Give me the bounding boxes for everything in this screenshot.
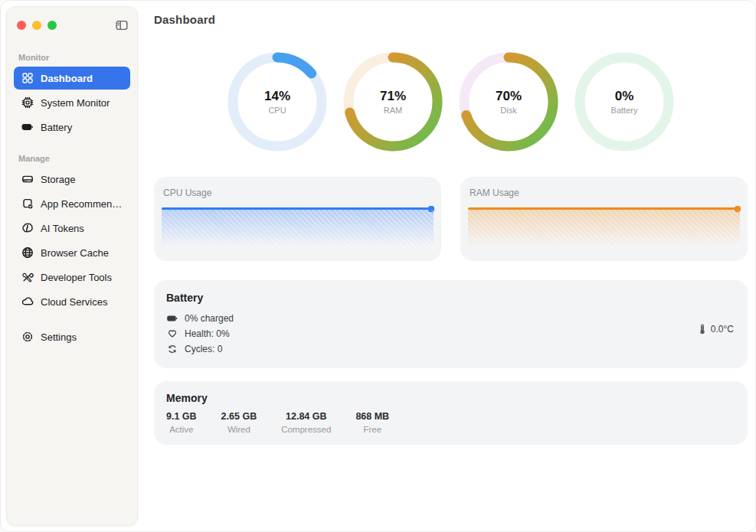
memory-stat-active: 9.1 GB Active — [166, 411, 197, 434]
memory-stat-value: 9.1 GB — [166, 411, 197, 422]
memory-stat-free: 868 MB Free — [355, 411, 389, 434]
chart-title: RAM Usage — [468, 188, 740, 198]
sidebar-item-label: System Monitor — [41, 97, 110, 109]
gauge-value: 0% — [615, 89, 634, 104]
memory-stat-label: Free — [355, 425, 389, 434]
traffic-lights — [17, 21, 57, 30]
globe-icon — [21, 246, 34, 259]
main-content: Dashboard 14% CPU 71% — [143, 1, 755, 531]
gauge-cpu: 14% CPU — [227, 51, 328, 152]
memory-stat-label: Wired — [221, 425, 257, 434]
sidebar-item-label: Storage — [41, 174, 76, 185]
ram-usage-chart — [468, 207, 740, 250]
thermometer-icon — [698, 324, 707, 335]
battery-health-row: Health: 0% — [166, 326, 735, 341]
battery-cycles-text: Cycles: 0 — [185, 344, 222, 354]
memory-stats-row: 9.1 GB Active 2.65 GB Wired 12.84 GB Com… — [166, 411, 735, 434]
sidebar-item-ai-tokens[interactable]: AI Tokens — [14, 217, 130, 240]
sidebar-item-label: Developer Tools — [41, 272, 112, 283]
cpu-usage-card: CPU Usage — [154, 177, 441, 261]
memory-stat-value: 12.84 GB — [281, 411, 331, 422]
titlebar — [14, 16, 130, 34]
gauge-battery: 0% Battery — [574, 51, 675, 152]
section-header-monitor: Monitor — [14, 53, 130, 62]
memory-stat-label: Active — [166, 425, 197, 434]
sidebar-item-label: App Recommen… — [41, 198, 122, 210]
gauge-disk: 70% Disk — [458, 51, 559, 152]
battery-health-text: Health: 0% — [185, 328, 230, 339]
section-header-manage: Manage — [14, 154, 130, 163]
battery-temperature: 0.0°C — [698, 324, 734, 335]
minimize-window-button[interactable] — [32, 21, 41, 30]
battery-charge-row: 0% charged — [166, 311, 735, 326]
zoom-window-button[interactable] — [47, 21, 57, 30]
chart-area-fill — [468, 210, 740, 250]
close-window-button[interactable] — [17, 21, 26, 30]
sidebar-item-storage[interactable]: Storage — [14, 168, 130, 191]
grid-icon — [21, 72, 34, 85]
sidebar-item-label: Battery — [41, 122, 72, 133]
memory-stat-compressed: 12.84 GB Compressed — [281, 411, 331, 434]
brain-icon — [21, 222, 34, 235]
gauge-label: Disk — [500, 106, 516, 115]
sidebar-item-dashboard[interactable]: Dashboard — [14, 67, 130, 90]
battery-card-title: Battery — [166, 292, 735, 304]
battery-icon — [166, 313, 178, 325]
gauges-row: 14% CPU 71% RAM — [154, 51, 748, 155]
battery-card: Battery 0% charged Health: 0% Cycles: 0 — [154, 280, 748, 368]
battery-icon — [21, 121, 34, 134]
memory-stat-wired: 2.65 GB Wired — [221, 411, 257, 434]
sidebar-item-system-monitor[interactable]: System Monitor — [14, 91, 130, 114]
sidebar: Monitor Dashboard System Monitor Battery… — [6, 6, 138, 526]
battery-cycles-row: Cycles: 0 — [166, 341, 735, 357]
gear-icon — [21, 331, 34, 344]
memory-stat-value: 2.65 GB — [221, 411, 257, 422]
usage-charts-row: CPU Usage RAM Usage — [154, 177, 748, 261]
cloud-icon — [21, 295, 34, 308]
cycle-arrows-icon — [166, 344, 178, 355]
battery-charge-text: 0% charged — [185, 313, 234, 324]
gauge-label: RAM — [384, 106, 402, 115]
sidebar-item-developer-tools[interactable]: Developer Tools — [14, 266, 130, 289]
cpu-chip-icon — [21, 96, 34, 109]
sidebar-item-label: Browser Cache — [41, 247, 109, 259]
sidebar-item-settings[interactable]: Settings — [14, 325, 130, 348]
sidebar-item-label: Dashboard — [41, 73, 93, 84]
sidebar-item-label: AI Tokens — [41, 223, 84, 234]
chart-title: CPU Usage — [162, 188, 434, 198]
sidebar-item-label: Settings — [41, 331, 77, 343]
tools-icon — [21, 271, 34, 284]
page-title: Dashboard — [154, 13, 748, 26]
gauge-label: Battery — [611, 106, 638, 115]
cpu-usage-chart — [162, 207, 434, 250]
chart-area-fill — [162, 210, 434, 250]
battery-temperature-text: 0.0°C — [711, 324, 734, 335]
sidebar-item-label: Cloud Services — [41, 296, 107, 308]
sidebar-toggle-icon[interactable] — [113, 18, 130, 33]
gauge-value: 71% — [380, 89, 406, 104]
gauge-value: 14% — [264, 89, 290, 104]
sidebar-item-app-recommendations[interactable]: App Recommen… — [14, 192, 130, 215]
drive-icon — [21, 173, 34, 186]
memory-card: Memory 9.1 GB Active 2.65 GB Wired 12.84… — [154, 381, 748, 445]
memory-stat-label: Compressed — [281, 425, 331, 434]
app-check-icon — [21, 197, 34, 211]
sidebar-item-cloud-services[interactable]: Cloud Services — [14, 290, 130, 313]
app-window: Monitor Dashboard System Monitor Battery… — [0, 0, 756, 532]
memory-stat-value: 868 MB — [355, 411, 389, 422]
heart-icon — [166, 328, 178, 340]
sidebar-item-browser-cache[interactable]: Browser Cache — [14, 241, 130, 264]
memory-card-title: Memory — [166, 392, 735, 404]
sidebar-item-battery[interactable]: Battery — [14, 116, 130, 139]
gauge-ram: 71% RAM — [342, 51, 443, 152]
gauge-value: 70% — [496, 89, 522, 104]
gauge-label: CPU — [268, 106, 286, 115]
ram-usage-card: RAM Usage — [460, 177, 748, 261]
